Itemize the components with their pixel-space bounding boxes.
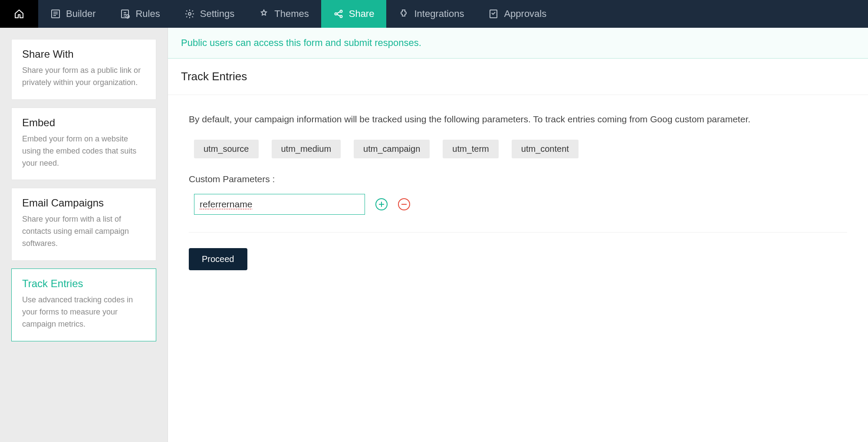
- param-tag: utm_term: [443, 140, 498, 158]
- nav-approvals[interactable]: Approvals: [476, 0, 559, 28]
- integrations-icon: [398, 9, 409, 19]
- nav-label: Themes: [274, 8, 309, 20]
- svg-line-10: [337, 12, 340, 13]
- svg-point-6: [188, 13, 191, 15]
- nav-label: Settings: [200, 8, 235, 20]
- home-button[interactable]: [0, 0, 38, 28]
- nav-rules[interactable]: Rules: [108, 0, 172, 28]
- layout: Share With Share your form as a public l…: [0, 28, 868, 442]
- divider: [189, 232, 847, 232]
- top-navbar: Builder Rules Settings Themes Share Inte…: [0, 0, 868, 28]
- themes-icon: [259, 9, 269, 19]
- rules-icon: [120, 9, 130, 19]
- sidebar-item-share-with[interactable]: Share With Share your form as a public l…: [11, 39, 156, 100]
- sidebar-item-title: Email Campaigns: [22, 197, 145, 209]
- home-icon: [14, 9, 24, 19]
- content-area: By default, your campaign information wi…: [168, 95, 868, 288]
- add-param-button[interactable]: [375, 198, 388, 210]
- nav-label: Rules: [135, 8, 160, 20]
- svg-line-11: [337, 14, 340, 16]
- sidebar-item-desc: Share your form with a list of contacts …: [22, 213, 145, 250]
- nav-themes[interactable]: Themes: [247, 0, 321, 28]
- default-params-row: utm_source utm_medium utm_campaign utm_t…: [194, 140, 847, 158]
- nav-share[interactable]: Share: [321, 0, 387, 28]
- nav-integrations[interactable]: Integrations: [386, 0, 476, 28]
- sidebar-item-desc: Embed your form on a website using the e…: [22, 133, 145, 170]
- remove-param-button[interactable]: [398, 198, 410, 210]
- sidebar-item-desc: Share your form as a public link or priv…: [22, 65, 145, 89]
- custom-param-row: [194, 194, 847, 215]
- svg-point-8: [340, 10, 342, 13]
- nav-builder[interactable]: Builder: [38, 0, 108, 28]
- sidebar-item-track-entries[interactable]: Track Entries Use advanced tracking code…: [11, 268, 156, 341]
- sidebar-item-desc: Use advanced tracking codes in your form…: [22, 294, 145, 331]
- sidebar-item-title: Track Entries: [22, 278, 145, 290]
- intro-text: By default, your campaign information wi…: [189, 112, 847, 127]
- nav-settings[interactable]: Settings: [172, 0, 247, 28]
- nav-label: Share: [349, 8, 375, 20]
- nav-label: Approvals: [504, 8, 546, 20]
- sidebar-item-title: Embed: [22, 117, 145, 129]
- svg-point-9: [340, 16, 342, 18]
- page-title: Track Entries: [168, 59, 868, 95]
- sidebar-item-embed[interactable]: Embed Embed your form on a website using…: [11, 108, 156, 180]
- nav-label: Builder: [66, 8, 95, 20]
- public-access-banner: Public users can access this form and su…: [168, 28, 868, 59]
- sidebar-item-title: Share With: [22, 48, 145, 60]
- approvals-icon: [488, 9, 499, 19]
- sidebar-item-email-campaigns[interactable]: Email Campaigns Share your form with a l…: [11, 188, 156, 261]
- sidebar: Share With Share your form as a public l…: [0, 28, 168, 442]
- settings-icon: [184, 9, 195, 19]
- minus-icon: [401, 201, 407, 207]
- custom-param-input[interactable]: [194, 194, 365, 215]
- builder-icon: [50, 9, 61, 19]
- custom-params-label: Custom Parameters :: [189, 174, 847, 184]
- svg-point-7: [335, 13, 337, 15]
- proceed-button[interactable]: Proceed: [189, 248, 247, 270]
- share-icon: [333, 9, 344, 19]
- plus-icon: [378, 201, 385, 207]
- nav-label: Integrations: [414, 8, 464, 20]
- main-panel: Public users can access this form and su…: [168, 28, 868, 442]
- param-tag: utm_campaign: [354, 140, 430, 158]
- param-tag: utm_medium: [272, 140, 341, 158]
- param-tag: utm_content: [512, 140, 579, 158]
- param-tag: utm_source: [194, 140, 259, 158]
